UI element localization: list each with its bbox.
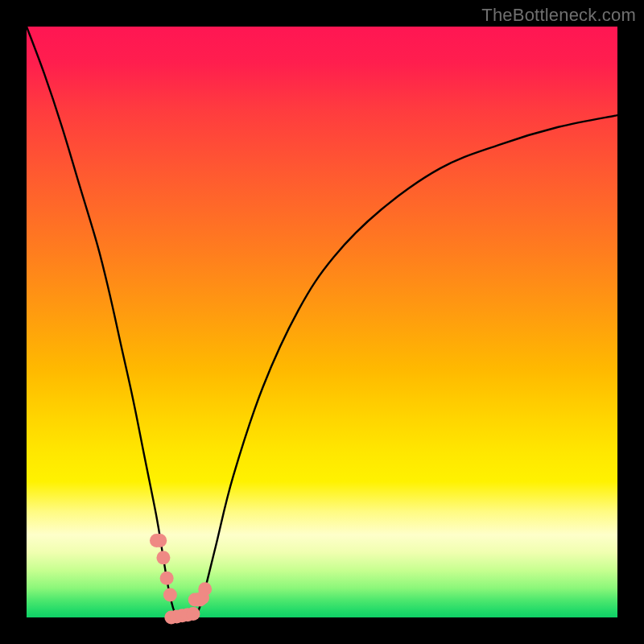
chart-plot-area	[27, 27, 617, 617]
chart-svg	[27, 27, 617, 617]
highlight-dot	[153, 534, 167, 547]
highlight-dot	[186, 607, 200, 621]
highlight-dot	[156, 551, 170, 564]
highlight-dot	[163, 588, 177, 602]
highlight-dot	[160, 572, 174, 585]
highlight-dots	[150, 534, 212, 624]
watermark-text: TheBottleneck.com	[481, 5, 636, 26]
bottleneck-curve	[27, 27, 617, 618]
highlight-dot	[198, 582, 212, 596]
chart-frame: TheBottleneck.com	[0, 0, 644, 644]
